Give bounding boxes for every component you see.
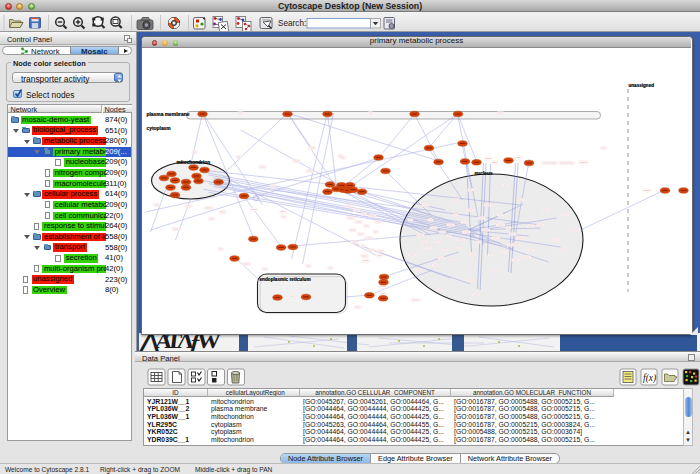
svg-text:plasma membrane: plasma membrane bbox=[146, 112, 189, 117]
svg-text:endoplasmic reticulum: endoplasmic reticulum bbox=[259, 277, 310, 282]
svg-text:unassigned: unassigned bbox=[628, 83, 654, 88]
svg-text:nucleus: nucleus bbox=[474, 171, 492, 176]
svg-text:Search:: Search: bbox=[278, 18, 306, 27]
svg-text:mitochondrion: mitochondrion bbox=[176, 160, 210, 165]
svg-text:f(x): f(x) bbox=[643, 373, 656, 384]
svg-text:cytoplasm: cytoplasm bbox=[146, 126, 171, 131]
